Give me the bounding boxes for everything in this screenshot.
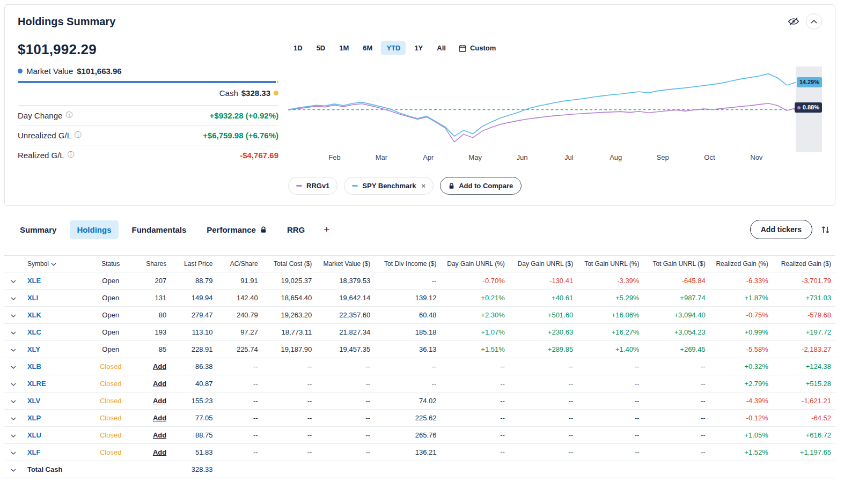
expand-row-icon[interactable] (11, 465, 16, 473)
tab-rrg[interactable]: RRG (280, 220, 312, 239)
remove-series-icon[interactable]: × (422, 182, 426, 190)
cell-ac-share: -- (217, 392, 262, 410)
cell-market-value: 21,827.34 (316, 324, 375, 341)
cell-realized-gain: +0.32% (710, 358, 773, 375)
symbol-link-xlre[interactable]: XLRE (27, 380, 46, 388)
cell-market-value: -- (316, 358, 375, 375)
cash-amount: $328.33 (241, 88, 270, 98)
cash-dot-icon (274, 91, 278, 95)
column-header-last-price[interactable]: Last Price (171, 256, 217, 272)
expand-row-icon[interactable] (11, 345, 16, 353)
custom-range-label: Custom (470, 44, 496, 52)
hide-values-button[interactable] (788, 16, 799, 27)
total-account-value: $101,992.29 (18, 41, 278, 58)
column-header-ac-share[interactable]: AC/Share (217, 256, 262, 272)
column-header-symbol[interactable]: Symbol (23, 256, 89, 272)
cell-day-gain-unrl: +0.21% (441, 290, 509, 307)
column-header-day-gain-unrl[interactable]: Day Gain UNRL ($) (509, 256, 577, 272)
tab-summary[interactable]: Summary (13, 220, 63, 239)
symbol-link-xlb[interactable]: XLB (27, 362, 41, 370)
expand-row-icon[interactable] (11, 448, 16, 456)
cell-tot-div-income: 265.76 (375, 427, 441, 444)
cell-day-gain-unrl: -- (509, 444, 577, 461)
custom-range-button[interactable]: Custom (459, 44, 496, 52)
info-icon[interactable]: ⓘ (75, 130, 82, 140)
collapse-panel-button[interactable] (806, 13, 822, 29)
symbol-link-xly[interactable]: XLY (27, 345, 40, 353)
range-button-1y[interactable]: 1Y (409, 41, 428, 55)
cell-tot-gain-unrl: -- (577, 358, 643, 375)
add-tickers-button[interactable]: Add tickers (750, 220, 812, 239)
range-button-5d[interactable]: 5D (311, 41, 331, 55)
add-transaction-link[interactable]: Add (153, 397, 166, 405)
expand-row-icon[interactable] (11, 397, 16, 405)
column-header-realized-gain[interactable]: Realized Gain (%) (710, 256, 773, 272)
stat-value: +$6,759.98 (+6.76%) (203, 131, 278, 140)
symbol-link-xlc[interactable]: XLC (27, 328, 41, 336)
cell-tot-gain-unrl: -- (643, 358, 709, 375)
symbol-link-xli[interactable]: XLI (27, 294, 38, 302)
column-header-total-cost[interactable]: Total Cost ($) (262, 256, 317, 272)
column-header-tot-div-income[interactable]: Tot Div Income ($) (375, 256, 441, 272)
cell-day-gain-unrl: -- (441, 358, 509, 375)
add-transaction-link[interactable]: Add (153, 448, 166, 456)
column-header-status[interactable]: Status (89, 256, 132, 272)
expand-row-icon[interactable] (11, 294, 16, 302)
add-transaction-link[interactable]: Add (153, 362, 166, 370)
range-button-1d[interactable]: 1D (288, 41, 308, 55)
symbol-sort-dropdown-icon[interactable] (51, 260, 56, 268)
cell-tot-gain-unrl: +269.45 (643, 341, 709, 358)
sort-order-button[interactable] (821, 225, 830, 234)
expand-row-icon[interactable] (11, 380, 16, 388)
range-button-ytd[interactable]: YTD (381, 41, 406, 55)
expand-row-icon[interactable] (11, 311, 16, 319)
column-header-shares[interactable]: Shares (132, 256, 171, 272)
performance-chart[interactable]: 14.29% 0.88% (288, 68, 822, 148)
cell-day-gain-unrl: +1.07% (441, 324, 509, 341)
symbol-link-xle[interactable]: XLE (27, 277, 41, 285)
add-tab-button[interactable]: + (318, 221, 335, 238)
cell-tot-div-income: 185.18 (375, 324, 441, 341)
add-transaction-link[interactable]: Add (153, 380, 166, 388)
column-header-market-value[interactable]: Market Value ($) (316, 256, 375, 272)
holdings-table: SymbolStatusSharesLast PriceAC/ShareTota… (4, 255, 835, 478)
expand-row-icon[interactable] (11, 328, 16, 336)
range-button-1m[interactable]: 1M (334, 41, 354, 55)
cell-realized-gain: -4.39% (710, 392, 773, 410)
symbol-link-xlf[interactable]: XLF (27, 448, 41, 456)
column-header-realized-gain[interactable]: Realized Gain ($) (773, 256, 835, 272)
expand-row-icon[interactable] (11, 362, 16, 370)
add-to-compare-button[interactable]: Add to Compare (440, 177, 522, 195)
expand-row-icon[interactable] (11, 431, 16, 439)
range-button-6m[interactable]: 6M (357, 41, 378, 55)
lock-icon (449, 183, 454, 189)
legend-chip-spy-benchmark[interactable]: SPY Benchmark× (344, 177, 434, 195)
column-header-tot-gain-unrl[interactable]: Tot Gain UNRL ($) (643, 256, 709, 272)
expand-row-icon[interactable] (11, 414, 16, 422)
cell-total-cost: -- (262, 375, 317, 392)
holdings-summary-card: Holdings Summary $101,992.29 Market Valu… (4, 4, 835, 206)
chart-x-axis: FebMarAprMayJunJulAugSepOctNov (288, 153, 822, 164)
tab-holdings[interactable]: Holdings (70, 220, 118, 239)
market-value-label: Market Value (26, 66, 73, 76)
column-header-day-gain-unrl[interactable]: Day Gain UNRL (%) (441, 256, 509, 272)
cell-tot-gain-unrl: +16.06% (577, 307, 643, 324)
expand-row-icon[interactable] (11, 277, 16, 285)
legend-chip-rrgv1[interactable]: RRGv1 (288, 177, 337, 195)
tab-performance[interactable]: Performance (200, 220, 274, 239)
add-transaction-link[interactable]: Add (153, 414, 166, 422)
range-button-all[interactable]: All (431, 41, 451, 55)
info-icon[interactable]: ⓘ (65, 110, 72, 120)
symbol-link-xlu[interactable]: XLU (27, 431, 41, 439)
chevron-up-icon (811, 20, 817, 24)
symbol-link-xlv[interactable]: XLV (27, 397, 40, 405)
cell-realized-gain: -64.52 (773, 410, 835, 427)
symbol-link-xlp[interactable]: XLP (27, 414, 41, 422)
column-header-tot-gain-unrl[interactable]: Tot Gain UNRL (%) (577, 256, 643, 272)
tab-fundamentals[interactable]: Fundamentals (125, 220, 194, 239)
symbol-link-xlk[interactable]: XLK (27, 311, 41, 319)
info-icon[interactable]: ⓘ (68, 150, 75, 160)
cell-tot-gain-unrl: -- (577, 427, 643, 444)
cell-market-value: 18,379.53 (316, 272, 375, 290)
add-transaction-link[interactable]: Add (153, 431, 166, 439)
